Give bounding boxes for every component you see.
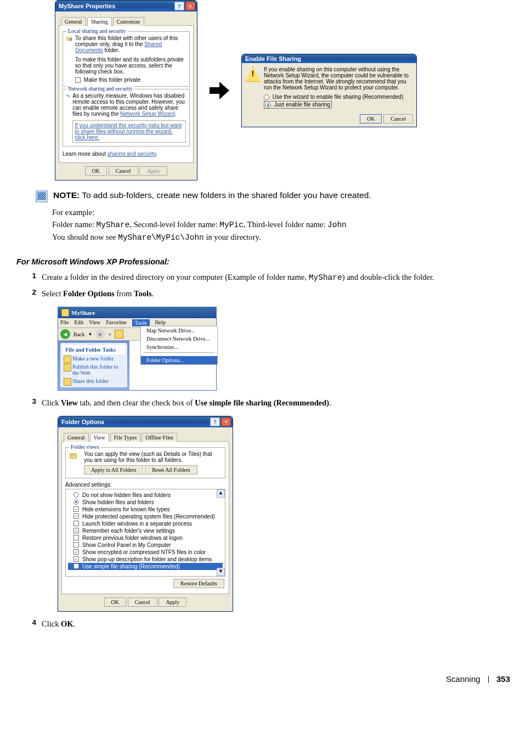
cancel-button[interactable]: Cancel <box>109 166 138 176</box>
tab-sharing[interactable]: Sharing <box>87 17 112 26</box>
sidebar-item[interactable]: Share this folder <box>63 377 125 385</box>
advanced-setting-item[interactable]: Launch folder windows in a separate proc… <box>68 520 223 527</box>
sidebar-item[interactable]: Publish this folder to the Web <box>63 363 125 377</box>
advanced-setting-item[interactable]: ✓Hide protected operating system files (… <box>68 513 223 520</box>
back-button[interactable]: ◄ <box>60 329 70 339</box>
advanced-setting-label: Use simple file sharing (Recommended) <box>82 563 180 569</box>
make-private-label: Make this folder private <box>84 77 140 83</box>
svg-rect-2 <box>66 94 68 95</box>
enable-body-text: If you enable sharing on this computer w… <box>264 66 413 91</box>
svg-rect-6 <box>71 454 72 455</box>
help-button[interactable]: ? <box>174 2 184 10</box>
step-4-number: 4 <box>29 618 42 630</box>
just-enable-radio[interactable] <box>265 103 271 108</box>
forward-button[interactable]: ► <box>95 329 105 339</box>
dialog-title: Enable File Sharing <box>245 55 301 62</box>
make-private-checkbox[interactable] <box>75 77 81 83</box>
tab-offline[interactable]: Offline Files <box>142 433 177 442</box>
use-wizard-label: Use the wizard to enable file sharing (R… <box>273 94 403 100</box>
tab-general[interactable]: General <box>64 433 89 442</box>
advanced-setting-label: Show pop-up description for folder and d… <box>82 556 212 562</box>
reset-all-button[interactable]: Reset All Folders <box>145 465 197 475</box>
g1-text2: To make this folder and its subfolders p… <box>75 57 186 75</box>
ok-button[interactable]: OK <box>104 597 126 607</box>
restore-defaults-button[interactable]: Restore Defaults <box>173 579 224 588</box>
folder-options-dialog: Folder Options ? × General View File Typ… <box>58 416 233 612</box>
advanced-setting-item[interactable]: ✓Hide extensions for known file types <box>68 506 223 513</box>
step-4-text: Click OK. <box>42 618 516 630</box>
advanced-setting-label: Show encrypted or compressed NTFS files … <box>82 549 206 555</box>
apply-button[interactable]: Apply <box>139 166 167 176</box>
apply-button[interactable]: Apply <box>159 597 186 607</box>
advanced-settings-list[interactable]: ▲ Do not show hidden files and foldersSh… <box>65 489 225 577</box>
help-button[interactable]: ? <box>210 418 220 426</box>
advanced-setting-item[interactable]: ✓Show pop-up description for folder and … <box>68 556 223 563</box>
advanced-setting-label: Show hidden files and folders <box>82 499 154 505</box>
back-label: Back <box>73 331 85 337</box>
tools-menu-item[interactable]: Disconnect Network Drive... <box>141 335 217 343</box>
tools-menu-folder-options[interactable]: Folder Options... <box>141 356 217 364</box>
radio-icon[interactable] <box>73 492 79 498</box>
checkbox-icon[interactable]: ✓ <box>73 506 79 512</box>
warning-icon <box>245 66 261 82</box>
g1-text1b: folder. <box>104 47 119 53</box>
checkbox-icon[interactable]: ✓ <box>73 549 79 555</box>
up-button[interactable] <box>115 330 123 338</box>
advanced-setting-item[interactable]: ✓Remember each folder's view settings <box>68 527 223 534</box>
checkbox-icon[interactable]: ✓ <box>73 556 79 562</box>
advanced-setting-item[interactable]: ✓Show encrypted or compressed NTFS files… <box>68 549 223 556</box>
svg-point-1 <box>70 38 72 41</box>
scroll-down-button[interactable]: ▼ <box>217 568 225 576</box>
checkbox-icon[interactable]: ✓ <box>73 514 79 519</box>
g1-text1: To share this folder with other users of… <box>75 35 178 47</box>
checkbox-icon[interactable]: ✓ <box>73 528 79 533</box>
tab-customize[interactable]: Customize <box>113 17 144 26</box>
ok-button[interactable]: OK <box>85 166 107 176</box>
advanced-setting-label: Hide protected operating system files (R… <box>82 514 215 520</box>
svg-rect-7 <box>73 454 75 455</box>
note-block: NOTE: To add sub-folders, create new fol… <box>36 190 516 202</box>
checkbox-icon[interactable] <box>73 542 79 548</box>
svg-rect-5 <box>70 453 77 458</box>
sidebar-item[interactable]: Make a new folder <box>63 354 125 363</box>
sharing-security-link[interactable]: sharing and security <box>107 151 156 157</box>
close-button[interactable]: × <box>185 2 195 10</box>
folder-users-icon <box>66 35 73 50</box>
advanced-setting-item[interactable]: Show Control Panel in My Computer <box>68 541 223 549</box>
use-wizard-radio[interactable] <box>264 94 269 100</box>
checkbox-icon[interactable] <box>73 521 79 526</box>
tab-view[interactable]: View <box>90 433 109 442</box>
menu-file[interactable]: File <box>60 319 69 326</box>
section-heading: For Microsoft Windows XP Professional: <box>16 257 516 266</box>
dialog-title: MyShare Properties <box>59 3 115 9</box>
close-button[interactable]: × <box>221 418 231 426</box>
page-footer: Scanning 353 <box>16 674 516 684</box>
tab-filetypes[interactable]: File Types <box>110 433 141 442</box>
apply-to-all-button[interactable]: Apply to All Folders <box>84 465 144 475</box>
cancel-button[interactable]: Cancel <box>128 597 157 607</box>
tab-general[interactable]: General <box>61 17 86 26</box>
folder-views-text: You can apply the view (such as Details … <box>84 451 222 463</box>
advanced-setting-item[interactable]: Restore previous folder windows at logon <box>68 534 223 541</box>
sidebar-header: File and Folder Tasks <box>63 345 125 354</box>
checkbox-icon[interactable] <box>73 535 79 540</box>
menu-view[interactable]: View <box>89 319 100 326</box>
tools-menu-item[interactable]: Synchronize... <box>141 343 217 351</box>
advanced-setting-item[interactable]: Do not show hidden files and folders <box>68 492 223 499</box>
tools-menu-item[interactable]: Map Network Drive... <box>141 326 217 335</box>
cancel-button[interactable]: Cancel <box>383 114 413 123</box>
enable-file-sharing-dialog: Enable File Sharing If you enable sharin… <box>241 54 417 127</box>
network-setup-wizard-link[interactable]: Network Setup Wizard <box>120 111 174 117</box>
advanced-setting-item[interactable]: Show hidden files and folders <box>68 499 223 506</box>
share-without-wizard-link[interactable]: If you understand the security risks but… <box>72 120 186 143</box>
ok-button[interactable]: OK <box>360 114 382 123</box>
network-icon <box>66 93 70 108</box>
advanced-setting-item[interactable]: Use simple file sharing (Recommended) <box>68 563 223 570</box>
advanced-setting-label: Show Control Panel in My Computer <box>82 542 171 548</box>
radio-icon[interactable] <box>73 499 79 505</box>
menu-favorites[interactable]: Favorites <box>106 319 126 326</box>
advanced-setting-label: Launch folder windows in a separate proc… <box>82 521 192 527</box>
menu-edit[interactable]: Edit <box>75 319 84 326</box>
note-text: To add sub-folders, create new folders i… <box>80 190 371 200</box>
checkbox-icon[interactable] <box>73 563 79 569</box>
